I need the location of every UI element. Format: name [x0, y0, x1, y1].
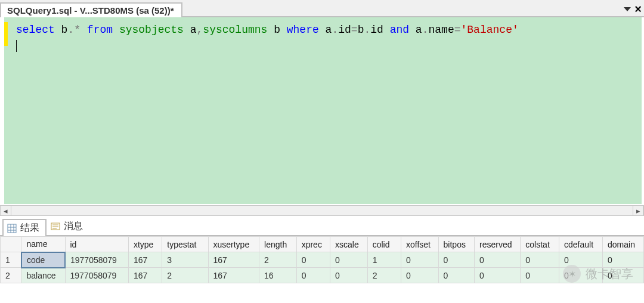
tab-results[interactable]: 结果 [2, 219, 47, 236]
cell-length[interactable]: 2 [259, 252, 297, 268]
table-row[interactable]: 2balance1977058079167216716002000000 [1, 268, 644, 283]
document-tab[interactable]: SQLQuery1.sql - V...STD80MS (sa (52))* [0, 2, 182, 17]
editor-wrap: select b.* from sysobjects a,syscolumns … [0, 17, 644, 216]
col-colstat[interactable]: colstat [521, 237, 559, 252]
cell-xtype[interactable]: 167 [128, 268, 162, 283]
col-xtype[interactable]: xtype [128, 237, 162, 252]
col-colid[interactable]: colid [367, 237, 401, 252]
col-typestat[interactable]: typestat [162, 237, 208, 252]
document-tabbar: SQLQuery1.sql - V...STD80MS (sa (52))* × [0, 0, 644, 17]
col-xoffset[interactable]: xoffset [401, 237, 438, 252]
sql-line-1: select b.* from sysobjects a,syscolumns … [16, 22, 630, 38]
table-row[interactable]: 1code197705807916731672001000000 [1, 252, 644, 268]
cell-xoffset[interactable]: 0 [401, 268, 438, 283]
text-cursor [16, 40, 17, 52]
cell-xusertype[interactable]: 167 [208, 268, 259, 283]
document-tab-title: SQLQuery1.sql - V...STD80MS (sa (52))* [7, 5, 174, 16]
cell-length[interactable]: 16 [259, 268, 297, 283]
col-xusertype[interactable]: xusertype [208, 237, 259, 252]
cell-colstat[interactable]: 0 [521, 268, 559, 283]
cell-typestat[interactable]: 2 [162, 268, 208, 283]
close-icon[interactable]: × [634, 3, 642, 15]
cell-id[interactable]: 1977058079 [65, 252, 128, 268]
cell-name[interactable]: code [21, 252, 65, 268]
grid-corner[interactable] [1, 237, 21, 252]
cell-cdefault[interactable]: 0 [559, 252, 603, 268]
col-domain[interactable]: domain [603, 237, 644, 252]
cell-domain[interactable]: 0 [603, 268, 644, 283]
results-tabstrip: 结果 消息 [0, 219, 644, 236]
row-header[interactable]: 1 [1, 252, 21, 268]
scroll-left-icon[interactable]: ◂ [1, 206, 11, 215]
results-grid-wrap: name id xtype typestat xusertype length … [0, 236, 644, 283]
editor-hscrollbar[interactable]: ◂ ▸ [0, 205, 644, 216]
cell-xscale[interactable]: 0 [330, 252, 368, 268]
sql-editor[interactable]: select b.* from sysobjects a,syscolumns … [0, 17, 644, 205]
cell-xprec[interactable]: 0 [296, 268, 330, 283]
cell-typestat[interactable]: 3 [162, 252, 208, 268]
cell-colid[interactable]: 2 [367, 268, 401, 283]
cell-xprec[interactable]: 0 [296, 252, 330, 268]
cell-bitpos[interactable]: 0 [438, 252, 475, 268]
tab-messages[interactable]: 消息 [47, 218, 89, 235]
cell-colid[interactable]: 1 [367, 252, 401, 268]
tab-results-label: 结果 [20, 222, 39, 234]
cell-xtype[interactable]: 167 [128, 252, 162, 268]
cell-domain[interactable]: 0 [603, 252, 644, 268]
col-reserved[interactable]: reserved [475, 237, 521, 252]
sql-line-2 [16, 38, 630, 54]
cell-reserved[interactable]: 0 [475, 252, 521, 268]
app-root: { "tab": { "title": "SQLQuery1.sql - V..… [0, 0, 644, 303]
change-marker [4, 22, 8, 46]
grid-icon [7, 224, 17, 233]
dropdown-icon[interactable] [624, 7, 631, 11]
col-xprec[interactable]: xprec [296, 237, 330, 252]
col-name[interactable]: name [21, 237, 65, 252]
col-length[interactable]: length [259, 237, 297, 252]
cell-xoffset[interactable]: 0 [401, 252, 438, 268]
svg-rect-0 [8, 224, 16, 233]
scroll-right-icon[interactable]: ▸ [633, 206, 643, 215]
results-grid[interactable]: name id xtype typestat xusertype length … [0, 236, 644, 283]
cell-bitpos[interactable]: 0 [438, 268, 475, 283]
tab-messages-label: 消息 [64, 220, 83, 233]
cell-colstat[interactable]: 0 [521, 252, 559, 268]
cell-reserved[interactable]: 0 [475, 268, 521, 283]
row-header[interactable]: 2 [1, 268, 21, 283]
cell-xscale[interactable]: 0 [330, 268, 368, 283]
col-bitpos[interactable]: bitpos [438, 237, 475, 252]
grid-header-row: name id xtype typestat xusertype length … [1, 237, 644, 252]
col-id[interactable]: id [65, 237, 128, 252]
cell-id[interactable]: 1977058079 [65, 268, 128, 283]
col-cdefault[interactable]: cdefault [559, 237, 603, 252]
cell-xusertype[interactable]: 167 [208, 252, 259, 268]
tabbar-controls: × [624, 3, 644, 16]
cell-name[interactable]: balance [21, 268, 65, 283]
col-xscale[interactable]: xscale [330, 237, 368, 252]
cell-cdefault[interactable]: 0 [559, 268, 603, 283]
messages-icon [51, 222, 60, 231]
